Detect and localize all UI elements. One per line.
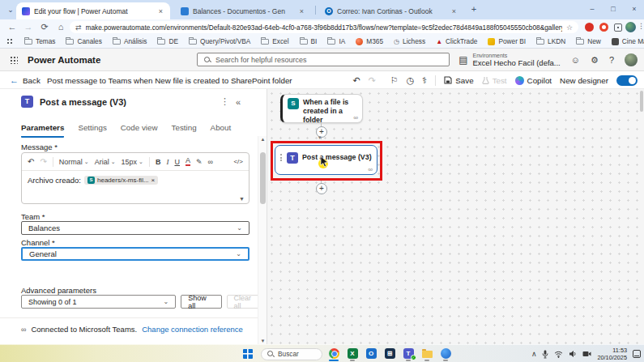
bookmark-item-clicktrade[interactable]: ▲ClickTrade (436, 37, 477, 45)
taskbar-store-icon[interactable]: ⊞ (383, 347, 396, 360)
canvas-scrollbar-thumb[interactable] (640, 91, 643, 112)
bold-button[interactable]: B (156, 158, 161, 166)
taskbar-excel-icon[interactable]: X (346, 347, 359, 360)
panel-menu-icon[interactable]: ⋮ (220, 96, 229, 107)
tab-about[interactable]: About (211, 123, 232, 138)
size-dropdown[interactable]: 15px⌄ (122, 158, 143, 166)
address-bar[interactable]: ⇄ make.powerautomate.com/environments/De… (70, 21, 578, 33)
tab-code-view[interactable]: Code view (121, 123, 158, 138)
bookmark-item-lichess[interactable]: ◷Lichess (394, 37, 425, 45)
scroll-down-icon[interactable]: ▼ (258, 339, 267, 343)
flow-canvas[interactable]: S When a file is created in a folder ∞ +… (267, 89, 644, 344)
history-icon[interactable]: ◷ (407, 75, 415, 86)
browser-tab-outlook[interactable]: O Correo: Ivan Cortinas - Outlook × (319, 2, 463, 19)
flow-checker-icon[interactable]: ⚕ (422, 75, 427, 86)
extensions-puzzle-icon[interactable] (614, 23, 622, 32)
app-launcher-waffle-icon[interactable] (10, 56, 18, 64)
help-icon[interactable]: ? (609, 55, 614, 65)
notification-center-icon[interactable] (633, 350, 641, 358)
taskbar-teams-icon[interactable]: T✓ (402, 347, 415, 360)
trigger-card[interactable]: S When a file is created in a folder ∞ (280, 94, 363, 123)
bookmark-item[interactable]: BI (300, 37, 318, 45)
tab-close-icon[interactable]: × (298, 7, 305, 15)
tab-close-icon[interactable]: × (450, 7, 458, 15)
new-designer-toggle[interactable] (616, 75, 638, 86)
browser-profile-avatar[interactable] (625, 22, 636, 32)
taskbar-app-icon[interactable] (439, 347, 452, 360)
window-maximize-button[interactable]: □ (607, 3, 620, 15)
bookmark-item[interactable]: Excel (261, 37, 288, 45)
browser-menu-icon[interactable]: ⋮ (638, 22, 644, 30)
panel-scrollbar[interactable]: ▲ ▼ (258, 136, 267, 344)
nav-back-button[interactable]: ← (5, 19, 19, 35)
user-avatar[interactable] (625, 53, 638, 66)
bookmark-item[interactable]: IA (327, 37, 345, 45)
show-all-button[interactable]: Show all (181, 295, 221, 309)
copilot-button[interactable]: Copilot (515, 76, 552, 85)
italic-button[interactable]: I (166, 158, 168, 166)
tab-settings[interactable]: Settings (78, 123, 106, 138)
new-tab-button[interactable]: + (468, 4, 480, 15)
bookmark-item[interactable]: New (576, 37, 601, 45)
start-button[interactable] (243, 349, 253, 359)
bookmark-item[interactable]: Análisis (113, 37, 147, 45)
environment-picker[interactable]: ▤ Environments Excel Hecho Facil (defa..… (458, 53, 561, 68)
browser-tab-balances[interactable]: Balances - Documentos - Gen × (175, 2, 311, 19)
nav-reload-button[interactable]: ⟳ (37, 19, 52, 35)
taskbar-chrome-icon[interactable] (327, 347, 340, 360)
scroll-up-icon[interactable]: ▲ (258, 137, 267, 142)
send-feedback-flag-icon[interactable]: ⚐ (390, 75, 399, 86)
tray-expand-icon[interactable]: ∧ (531, 350, 537, 358)
window-minimize-button[interactable]: – (586, 3, 599, 15)
style-dropdown[interactable]: Normal⌄ (59, 158, 89, 166)
editor-redo-icon[interactable]: ↷ (40, 157, 46, 166)
camera-icon[interactable] (582, 351, 591, 357)
browser-tab-active[interactable]: Edit your flow | Power Automat × (16, 2, 170, 19)
taskbar-outlook-icon[interactable]: O (365, 347, 377, 360)
code-view-button[interactable]: </> (233, 158, 243, 165)
extension-ring-icon[interactable] (599, 23, 608, 32)
wifi-icon[interactable] (554, 351, 563, 358)
nav-home-button[interactable]: ⌂ (53, 19, 68, 35)
bookmark-item[interactable]: Temas (24, 37, 55, 45)
highlight-button[interactable]: ✎ (196, 158, 203, 166)
bookmark-item[interactable]: DE (157, 37, 178, 45)
team-select[interactable]: Balances ⌄ (21, 221, 249, 235)
bookmark-item-m365[interactable]: M365 (356, 37, 383, 45)
drag-handle[interactable] (280, 154, 282, 161)
message-editor[interactable]: ↶ ↷ Normal⌄ Arial⌄ 15px⌄ B I U A ✎ ∞ </> (21, 152, 249, 204)
advanced-parameters-select[interactable]: Showing 0 of 1 ⌄ (21, 295, 176, 309)
bookmark-apps-grid-icon[interactable] (6, 38, 14, 45)
bookmark-item[interactable]: Query/Pivot/VBA (189, 37, 250, 45)
site-info-icon[interactable]: ⇄ (75, 23, 82, 32)
bookmark-item[interactable]: Canales (66, 37, 101, 45)
back-button[interactable]: ← Back (10, 71, 41, 89)
bookmark-item-powerbi[interactable]: Power BI (488, 37, 526, 45)
insert-action-button[interactable]: + (316, 183, 327, 194)
extension-red-icon[interactable] (585, 23, 594, 32)
editor-expand-icon[interactable]: ▼ (239, 196, 245, 202)
chip-remove-icon[interactable]: × (151, 177, 156, 184)
font-color-button[interactable]: A (186, 157, 190, 166)
taskbar-file-explorer-icon[interactable] (420, 347, 433, 360)
tab-parameters[interactable]: Parameters (21, 123, 64, 138)
settings-gear-icon[interactable]: ⚙ (591, 55, 599, 66)
message-content[interactable]: Archivo creado: S headers/x-ms-fil... × (22, 171, 249, 190)
save-button[interactable]: Save (444, 76, 473, 85)
redo-icon[interactable]: ↷ (369, 75, 376, 86)
bookmark-item[interactable]: LKDN (536, 37, 565, 45)
underline-button[interactable]: U (174, 158, 180, 166)
test-button[interactable]: Test (482, 76, 507, 85)
pa-search-box[interactable]: Search for helpful resources (197, 53, 450, 66)
tab-search-chevron-icon[interactable]: ⌄ (5, 4, 16, 15)
bookmark-star-icon[interactable]: ☆ (566, 23, 573, 32)
nav-forward-button[interactable]: → (21, 19, 36, 35)
insert-link-button[interactable]: ∞ (208, 158, 213, 166)
dynamic-content-chip[interactable]: S headers/x-ms-fil... × (84, 176, 158, 185)
window-close-button[interactable]: × (628, 3, 641, 15)
bookmark-item-cine[interactable]: Cine March (612, 37, 644, 45)
tab-testing[interactable]: Testing (172, 123, 197, 138)
change-connection-link[interactable]: Change connection reference (142, 325, 243, 334)
volume-icon[interactable] (569, 350, 577, 358)
taskbar-clock[interactable]: 11:53 20/10/2025 (597, 347, 627, 361)
